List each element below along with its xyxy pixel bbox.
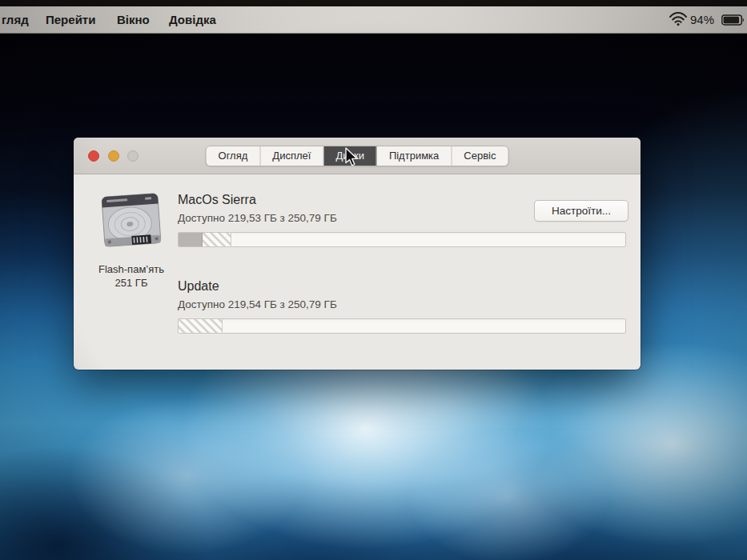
battery-icon[interactable] [721, 14, 745, 29]
configure-button[interactable]: Настроїти... [534, 200, 629, 222]
screen: гляд Перейти Вікно Довідка 94% [0, 0, 747, 560]
tab-overview[interactable]: Огляд [207, 146, 261, 166]
usage-hatch-segment [179, 319, 223, 333]
close-button[interactable] [88, 150, 99, 162]
usage-hatch-segment [203, 233, 231, 246]
tab-service[interactable]: Сервіс [452, 146, 508, 166]
device-capacity-label: 251 ГБ [83, 276, 179, 290]
screen-bezel [0, 0, 747, 6]
wifi-icon[interactable] [669, 12, 687, 30]
menu-item-help[interactable]: Довідка [166, 6, 219, 34]
disk-available-text: Доступно 219,53 ГБ з 250,79 ГБ [178, 212, 337, 224]
disk-name: MacOs Sierra [178, 193, 256, 207]
battery-percent: 94% [690, 6, 714, 34]
menu-bar: гляд Перейти Вікно Довідка 94% [0, 6, 747, 34]
mouse-cursor-icon [343, 147, 359, 171]
device-column: Flash-пам’ять 251 ГБ [83, 186, 179, 290]
tab-support[interactable]: Підтримка [377, 146, 452, 166]
zoom-button[interactable] [127, 150, 139, 162]
hard-drive-icon [97, 186, 166, 259]
tab-displays[interactable]: Дисплеї [260, 146, 323, 166]
disk-available-text: Доступно 219,54 ГБ з 250,79 ГБ [178, 298, 337, 310]
usage-solid-segment [179, 233, 203, 246]
menu-item-window[interactable]: Вікно [114, 6, 153, 34]
device-name-label: Flash-пам’ять [83, 262, 179, 276]
menu-item-view[interactable]: гляд [0, 6, 32, 34]
system-info-window: Огляд Дисплеї Диски Підтримка Сервіс [74, 138, 641, 370]
disk-usage-bar [178, 232, 626, 247]
disk-usage-bar [178, 318, 626, 334]
disk-name: Update [178, 279, 219, 294]
minimize-button[interactable] [108, 150, 119, 162]
menu-item-go[interactable]: Перейти [42, 6, 98, 34]
